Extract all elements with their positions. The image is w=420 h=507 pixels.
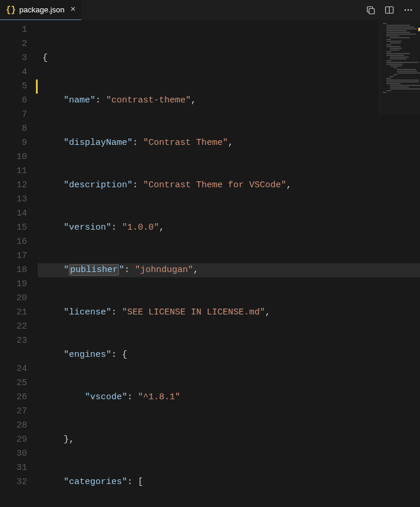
line-number: 4 bbox=[0, 65, 27, 79]
code-line: }, bbox=[42, 433, 420, 447]
line-number: 14 bbox=[0, 207, 27, 221]
tabs-bar: {} package.json × bbox=[0, 0, 420, 21]
code-line: "vscode": "^1.8.1" bbox=[42, 390, 420, 405]
tabs-actions bbox=[366, 5, 420, 15]
line-number: 32 bbox=[0, 475, 27, 489]
find-icon[interactable] bbox=[366, 5, 375, 15]
svg-point-6 bbox=[411, 9, 412, 11]
line-number: 19 bbox=[0, 277, 27, 291]
line-number: 11 bbox=[0, 164, 27, 178]
line-number: 16 bbox=[0, 235, 27, 249]
line-number: 7 bbox=[0, 108, 27, 122]
code-line: "license": "SEE LICENSE IN LICENSE.md", bbox=[42, 306, 420, 320]
line-number: 18 bbox=[0, 263, 27, 277]
line-number: 13 bbox=[0, 193, 27, 207]
line-number: 26 bbox=[0, 390, 27, 405]
line-number: 17 bbox=[0, 249, 27, 263]
line-number: 2 bbox=[0, 37, 27, 51]
code-line: "description": "Contrast Theme for VSCod… bbox=[42, 178, 420, 193]
line-number: 20 bbox=[0, 291, 27, 306]
editor[interactable]: 1234567891011121314151617181920212223242… bbox=[0, 21, 420, 507]
svg-point-4 bbox=[405, 9, 406, 11]
line-number: 30 bbox=[0, 447, 27, 461]
tab-label: package.json bbox=[19, 5, 65, 14]
line-number: 29 bbox=[0, 433, 27, 447]
split-editor-icon[interactable] bbox=[385, 5, 394, 15]
line-number: 31 bbox=[0, 461, 27, 475]
code-area[interactable]: { "name": "contrast-theme", "displayName… bbox=[38, 21, 420, 507]
line-number: 6 bbox=[0, 94, 27, 108]
line-number-gutter: 1234567891011121314151617181920212223242… bbox=[0, 21, 38, 507]
code-line: "categories": [ bbox=[42, 475, 420, 489]
close-icon[interactable]: × bbox=[70, 5, 75, 15]
code-line: "version": "1.0.0", bbox=[42, 221, 420, 235]
line-number: 15 bbox=[0, 221, 27, 235]
json-file-icon: {} bbox=[6, 5, 16, 15]
line-number: 28 bbox=[0, 419, 27, 433]
code-line: "engines": { bbox=[42, 348, 420, 362]
more-actions-icon[interactable] bbox=[404, 5, 413, 15]
line-number: 21 bbox=[0, 306, 27, 320]
line-number: 27 bbox=[0, 405, 27, 419]
code-line: { bbox=[42, 51, 420, 65]
line-number: 22 bbox=[0, 320, 27, 334]
line-number: 1 bbox=[0, 23, 27, 37]
line-number: 24 bbox=[0, 362, 27, 376]
line-number: 23 bbox=[0, 334, 27, 362]
svg-rect-1 bbox=[369, 9, 375, 14]
cursor-selection: publisher bbox=[69, 264, 119, 276]
code-line: "name": "contrast-theme", bbox=[42, 94, 420, 108]
line-number: 10 bbox=[0, 150, 27, 164]
tab-package-json[interactable]: {} package.json × bbox=[0, 0, 81, 20]
minimap[interactable] bbox=[379, 21, 420, 115]
line-number: 25 bbox=[0, 376, 27, 390]
line-number: 3 bbox=[0, 51, 27, 65]
line-number: 9 bbox=[0, 136, 27, 150]
code-line: "displayName": "Contrast Theme", bbox=[42, 136, 420, 150]
line-number: 8 bbox=[0, 122, 27, 136]
line-number: 5 bbox=[0, 79, 27, 94]
code-line-active: "publisher": "johndugan", bbox=[38, 263, 420, 277]
line-number: 12 bbox=[0, 178, 27, 193]
tabs-left: {} package.json × bbox=[0, 0, 81, 20]
svg-point-5 bbox=[408, 9, 409, 11]
